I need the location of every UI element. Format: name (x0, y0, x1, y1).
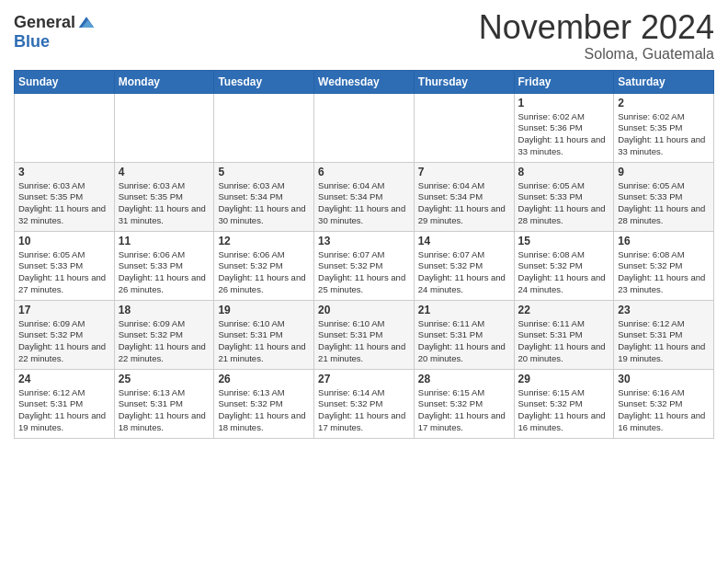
calendar-day-28: 28Sunrise: 6:15 AM Sunset: 5:32 PM Dayli… (414, 369, 514, 438)
day-number: 17 (18, 304, 110, 316)
day-number: 12 (218, 235, 310, 247)
calendar-day-23: 23Sunrise: 6:12 AM Sunset: 5:31 PM Dayli… (614, 300, 714, 369)
day-info: Sunrise: 6:03 AM Sunset: 5:35 PM Dayligh… (119, 180, 210, 227)
calendar-day-1: 1Sunrise: 6:02 AM Sunset: 5:36 PM Daylig… (514, 93, 614, 162)
day-info: Sunrise: 6:05 AM Sunset: 5:33 PM Dayligh… (18, 249, 110, 296)
calendar-day-26: 26Sunrise: 6:13 AM Sunset: 5:32 PM Dayli… (214, 369, 314, 438)
day-number: 3 (18, 166, 110, 178)
month-title: November 2024 (479, 9, 714, 46)
day-number: 5 (218, 166, 310, 178)
day-info: Sunrise: 6:11 AM Sunset: 5:31 PM Dayligh… (518, 318, 610, 365)
day-number: 13 (318, 235, 410, 247)
title-section: November 2024 Soloma, Guatemala (479, 9, 714, 63)
calendar-week-row: 3Sunrise: 6:03 AM Sunset: 5:35 PM Daylig… (15, 162, 714, 231)
day-info: Sunrise: 6:08 AM Sunset: 5:32 PM Dayligh… (618, 249, 710, 296)
calendar-empty-cell (214, 93, 314, 162)
day-info: Sunrise: 6:03 AM Sunset: 5:35 PM Dayligh… (18, 180, 110, 227)
calendar-header-row: SundayMondayTuesdayWednesdayThursdayFrid… (15, 70, 714, 93)
calendar-day-19: 19Sunrise: 6:10 AM Sunset: 5:31 PM Dayli… (214, 300, 314, 369)
logo: General Blue (14, 9, 96, 52)
day-number: 4 (119, 166, 210, 178)
calendar-week-row: 1Sunrise: 6:02 AM Sunset: 5:36 PM Daylig… (15, 93, 714, 162)
day-info: Sunrise: 6:16 AM Sunset: 5:32 PM Dayligh… (618, 387, 710, 434)
location-subtitle: Soloma, Guatemala (479, 46, 714, 63)
calendar-day-4: 4Sunrise: 6:03 AM Sunset: 5:35 PM Daylig… (114, 162, 214, 231)
day-number: 26 (218, 373, 310, 385)
day-info: Sunrise: 6:15 AM Sunset: 5:32 PM Dayligh… (418, 387, 510, 434)
day-info: Sunrise: 6:07 AM Sunset: 5:32 PM Dayligh… (318, 249, 410, 296)
weekday-header-monday: Monday (114, 70, 214, 93)
calendar-week-row: 10Sunrise: 6:05 AM Sunset: 5:33 PM Dayli… (15, 231, 714, 300)
calendar-day-27: 27Sunrise: 6:14 AM Sunset: 5:32 PM Dayli… (314, 369, 415, 438)
calendar-day-5: 5Sunrise: 6:03 AM Sunset: 5:34 PM Daylig… (214, 162, 314, 231)
calendar-day-29: 29Sunrise: 6:15 AM Sunset: 5:32 PM Dayli… (514, 369, 614, 438)
calendar-day-11: 11Sunrise: 6:06 AM Sunset: 5:33 PM Dayli… (114, 231, 214, 300)
day-number: 1 (518, 97, 610, 109)
calendar-day-2: 2Sunrise: 6:02 AM Sunset: 5:35 PM Daylig… (614, 93, 714, 162)
day-number: 10 (18, 235, 110, 247)
calendar-day-13: 13Sunrise: 6:07 AM Sunset: 5:32 PM Dayli… (314, 231, 415, 300)
day-number: 6 (318, 166, 410, 178)
calendar-day-9: 9Sunrise: 6:05 AM Sunset: 5:33 PM Daylig… (614, 162, 714, 231)
calendar-empty-cell (15, 93, 115, 162)
day-number: 2 (618, 97, 710, 109)
day-number: 23 (618, 304, 710, 316)
weekday-header-friday: Friday (514, 70, 614, 93)
day-info: Sunrise: 6:02 AM Sunset: 5:35 PM Dayligh… (618, 111, 710, 158)
calendar-day-21: 21Sunrise: 6:11 AM Sunset: 5:31 PM Dayli… (414, 300, 514, 369)
calendar-day-8: 8Sunrise: 6:05 AM Sunset: 5:33 PM Daylig… (514, 162, 614, 231)
day-number: 16 (618, 235, 710, 247)
weekday-header-sunday: Sunday (15, 70, 115, 93)
day-info: Sunrise: 6:09 AM Sunset: 5:32 PM Dayligh… (119, 318, 210, 365)
calendar-day-14: 14Sunrise: 6:07 AM Sunset: 5:32 PM Dayli… (414, 231, 514, 300)
calendar-day-18: 18Sunrise: 6:09 AM Sunset: 5:32 PM Dayli… (114, 300, 214, 369)
logo-icon (77, 14, 96, 32)
day-number: 18 (119, 304, 210, 316)
calendar-day-22: 22Sunrise: 6:11 AM Sunset: 5:31 PM Dayli… (514, 300, 614, 369)
day-info: Sunrise: 6:11 AM Sunset: 5:31 PM Dayligh… (418, 318, 510, 365)
calendar-day-6: 6Sunrise: 6:04 AM Sunset: 5:34 PM Daylig… (314, 162, 415, 231)
logo-blue-text: Blue (14, 32, 50, 52)
calendar-day-25: 25Sunrise: 6:13 AM Sunset: 5:31 PM Dayli… (114, 369, 214, 438)
day-number: 11 (119, 235, 210, 247)
calendar-day-7: 7Sunrise: 6:04 AM Sunset: 5:34 PM Daylig… (414, 162, 514, 231)
day-info: Sunrise: 6:13 AM Sunset: 5:31 PM Dayligh… (119, 387, 210, 434)
day-info: Sunrise: 6:02 AM Sunset: 5:36 PM Dayligh… (518, 111, 610, 158)
day-number: 24 (18, 373, 110, 385)
day-number: 7 (418, 166, 510, 178)
day-number: 9 (618, 166, 710, 178)
day-info: Sunrise: 6:06 AM Sunset: 5:32 PM Dayligh… (218, 249, 310, 296)
calendar-day-30: 30Sunrise: 6:16 AM Sunset: 5:32 PM Dayli… (614, 369, 714, 438)
calendar-empty-cell (314, 93, 415, 162)
calendar-day-12: 12Sunrise: 6:06 AM Sunset: 5:32 PM Dayli… (214, 231, 314, 300)
day-number: 20 (318, 304, 410, 316)
day-info: Sunrise: 6:12 AM Sunset: 5:31 PM Dayligh… (18, 387, 110, 434)
weekday-header-tuesday: Tuesday (214, 70, 314, 93)
calendar-empty-cell (114, 93, 214, 162)
day-number: 25 (119, 373, 210, 385)
day-number: 19 (218, 304, 310, 316)
day-info: Sunrise: 6:10 AM Sunset: 5:31 PM Dayligh… (218, 318, 310, 365)
day-number: 29 (518, 373, 610, 385)
day-info: Sunrise: 6:05 AM Sunset: 5:33 PM Dayligh… (618, 180, 710, 227)
calendar-week-row: 24Sunrise: 6:12 AM Sunset: 5:31 PM Dayli… (15, 369, 714, 438)
day-number: 28 (418, 373, 510, 385)
day-info: Sunrise: 6:07 AM Sunset: 5:32 PM Dayligh… (418, 249, 510, 296)
day-info: Sunrise: 6:12 AM Sunset: 5:31 PM Dayligh… (618, 318, 710, 365)
calendar-week-row: 17Sunrise: 6:09 AM Sunset: 5:32 PM Dayli… (15, 300, 714, 369)
day-number: 30 (618, 373, 710, 385)
calendar-table: SundayMondayTuesdayWednesdayThursdayFrid… (14, 70, 714, 439)
day-info: Sunrise: 6:08 AM Sunset: 5:32 PM Dayligh… (518, 249, 610, 296)
day-number: 21 (418, 304, 510, 316)
weekday-header-saturday: Saturday (614, 70, 714, 93)
day-info: Sunrise: 6:04 AM Sunset: 5:34 PM Dayligh… (418, 180, 510, 227)
calendar-empty-cell (414, 93, 514, 162)
day-info: Sunrise: 6:10 AM Sunset: 5:31 PM Dayligh… (318, 318, 410, 365)
day-number: 14 (418, 235, 510, 247)
calendar-day-15: 15Sunrise: 6:08 AM Sunset: 5:32 PM Dayli… (514, 231, 614, 300)
calendar-day-24: 24Sunrise: 6:12 AM Sunset: 5:31 PM Dayli… (15, 369, 115, 438)
day-info: Sunrise: 6:13 AM Sunset: 5:32 PM Dayligh… (218, 387, 310, 434)
calendar-day-17: 17Sunrise: 6:09 AM Sunset: 5:32 PM Dayli… (15, 300, 115, 369)
day-info: Sunrise: 6:05 AM Sunset: 5:33 PM Dayligh… (518, 180, 610, 227)
day-number: 8 (518, 166, 610, 178)
